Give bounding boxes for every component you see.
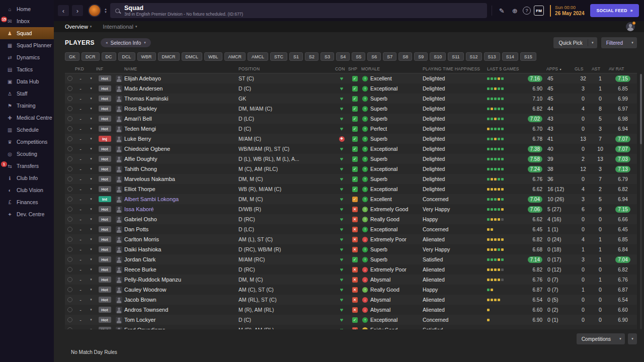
table-row[interactable]: - ▾ Hot Ross Barkley DM, M/AM (C) Superb… — [65, 104, 637, 114]
sidebar-item-inbox[interactable]: ✉ Inbox 15 — [0, 15, 54, 27]
col-header-gls[interactable]: GLS — [575, 66, 592, 71]
sidebar-item-dev-centre[interactable]: ✦ Dev. Centre — [0, 208, 54, 220]
row-checkbox[interactable] — [67, 76, 72, 81]
table-row[interactable]: - ▾ Hot Daiki Hashioka D (RC), WB/M (R) … — [65, 244, 637, 254]
col-header-happiness[interactable]: PLAYING TIME HAPPINESS — [423, 66, 487, 71]
row-checkbox[interactable] — [67, 267, 72, 272]
row-checkbox[interactable] — [67, 217, 72, 222]
row-actions-caret-icon[interactable]: ▾ — [86, 76, 96, 80]
row-checkbox[interactable] — [67, 317, 72, 322]
row-actions-caret-icon[interactable]: ▾ — [86, 147, 96, 151]
col-header-avrat[interactable]: AV RAT — [609, 66, 637, 71]
row-actions-caret-icon[interactable]: ▾ — [86, 308, 96, 312]
row-checkbox[interactable] — [67, 156, 72, 161]
player-name[interactable]: Pelly-Ruddock Mpanzu — [124, 277, 238, 283]
col-header-shp[interactable]: SHP — [348, 66, 361, 71]
position-filter-dcr[interactable]: DCR — [82, 52, 100, 61]
position-filter-amcr[interactable]: AMCR — [224, 52, 246, 61]
player-name[interactable]: Teden Mengi — [124, 126, 238, 132]
competitions-dropdown[interactable]: Competitions ▾ — [577, 333, 625, 344]
row-actions-caret-icon[interactable]: ▾ — [86, 318, 96, 322]
player-name[interactable]: Chiedozie Ogbene — [124, 146, 238, 152]
table-row[interactable]: - ▾ Hot Elliot Thorpe WB (R), M/AM (C) E… — [65, 184, 637, 194]
position-filter-s12[interactable]: S12 — [466, 52, 482, 61]
col-header-pkd[interactable]: PKD — [75, 66, 86, 71]
row-actions-caret-icon[interactable]: ▾ — [86, 237, 96, 241]
row-actions-caret-icon[interactable]: ▾ — [86, 167, 96, 171]
row-actions-caret-icon[interactable]: ▾ — [86, 257, 96, 261]
sidebar-item-tactics[interactable]: ▤ Tactics — [0, 63, 54, 75]
player-name[interactable]: Albert Sambi Lokonga — [124, 196, 238, 202]
table-row[interactable]: - ▾ Hot Chiedozie Ogbene WB/M/AM (R), ST… — [65, 144, 637, 154]
row-checkbox[interactable] — [67, 247, 72, 252]
player-name[interactable]: Reece Burke — [124, 266, 238, 273]
position-filter-dmcl[interactable]: DMCL — [182, 52, 203, 61]
player-name[interactable]: Mads Andersen — [124, 85, 238, 92]
table-row[interactable]: - ▾ Int Albert Sambi Lokonga DM, M (C) E… — [65, 194, 637, 204]
table-row[interactable]: - ▾ Hot Cauley Woodrow AM (C), ST (C) Re… — [65, 285, 637, 295]
help-icon[interactable]: ? — [523, 7, 531, 15]
scrollbar-thumb[interactable] — [640, 74, 642, 144]
row-checkbox[interactable] — [67, 277, 72, 282]
title-search-box[interactable]: Squad 3rd in English Premier Division - … — [110, 3, 487, 18]
position-filter-s1[interactable]: S1 — [289, 52, 303, 61]
tab-overview[interactable]: Overview ▾ — [65, 24, 92, 30]
sidebar-item-transfers[interactable]: ⇆ Transfers 1 — [0, 160, 54, 172]
sidebar-item-medical-centre[interactable]: ✚ Medical Centre — [0, 112, 54, 124]
col-header-position[interactable]: POSITION — [238, 66, 335, 71]
row-checkbox[interactable] — [67, 116, 72, 121]
table-row[interactable]: - ▾ Hot Tahith Chong M (C), AM (RLC) Exc… — [65, 164, 637, 174]
row-checkbox[interactable] — [67, 96, 72, 101]
position-filter-s3[interactable]: S3 — [320, 52, 334, 61]
row-actions-caret-icon[interactable]: ▾ — [86, 157, 96, 161]
col-header-ast[interactable]: AST — [592, 66, 609, 71]
position-filter-dmcr[interactable]: DMCR — [158, 52, 180, 61]
position-filter-s5[interactable]: S5 — [352, 52, 365, 61]
row-actions-caret-icon[interactable]: ▾ — [86, 107, 96, 111]
row-checkbox[interactable] — [67, 257, 72, 262]
sidebar-item-schedule[interactable]: ▥ Schedule — [0, 124, 54, 136]
position-filter-s4[interactable]: S4 — [336, 52, 350, 61]
player-name[interactable]: Andros Townsend — [124, 307, 238, 313]
sidebar-item-competitions[interactable]: ♛ Competitions — [0, 136, 54, 148]
player-name[interactable]: Cauley Woodrow — [124, 287, 238, 293]
player-name[interactable]: Luke Berry — [124, 136, 238, 142]
sidebar-item-finances[interactable]: £ Finances — [0, 196, 54, 208]
player-name[interactable]: Thomas Kaminski — [124, 96, 238, 102]
row-actions-caret-icon[interactable]: ▾ — [86, 227, 96, 231]
row-actions-caret-icon[interactable]: ▾ — [86, 278, 96, 282]
row-actions-caret-icon[interactable]: ▾ — [86, 97, 96, 101]
table-row[interactable]: - ▾ Hot Thomas Kaminski GK Superb Deligh… — [65, 94, 637, 104]
row-actions-caret-icon[interactable]: ▾ — [86, 137, 96, 141]
row-actions-caret-icon[interactable]: ▾ — [86, 177, 96, 181]
row-checkbox[interactable] — [67, 237, 72, 242]
back-button[interactable]: ‹ — [58, 5, 69, 16]
row-checkbox[interactable] — [67, 166, 72, 171]
row-checkbox[interactable] — [67, 187, 72, 192]
club-crest[interactable] — [88, 4, 101, 17]
row-checkbox[interactable] — [67, 106, 72, 111]
player-name[interactable]: Tahith Chong — [124, 166, 238, 172]
table-row[interactable]: - ▾ Hot Carlton Morris AM (L), ST (C) Ex… — [65, 234, 637, 244]
col-header-last5[interactable]: LAST 5 GAMES — [487, 66, 546, 71]
table-row[interactable]: - ▾ Hot Alfie Doughty D (L), WB (RL), M … — [65, 154, 637, 164]
row-actions-caret-icon[interactable]: ▾ — [86, 127, 96, 131]
player-name[interactable]: Ross Barkley — [124, 106, 238, 112]
row-checkbox[interactable] — [67, 126, 72, 131]
col-header-morale[interactable]: MORALE — [361, 66, 423, 71]
row-actions-caret-icon[interactable]: ▾ — [86, 288, 96, 292]
position-filter-s9[interactable]: S9 — [414, 52, 428, 61]
position-filter-dcl[interactable]: DCL — [118, 52, 135, 61]
col-header-inf[interactable]: INF — [96, 66, 113, 71]
row-actions-caret-icon[interactable]: ▾ — [86, 247, 96, 251]
row-actions-caret-icon[interactable]: ▾ — [86, 86, 96, 90]
table-row[interactable]: - ▾ Hot Mads Andersen D (C) Exceptional … — [65, 83, 637, 94]
position-filter-s8[interactable]: S8 — [398, 52, 412, 61]
row-checkbox[interactable] — [67, 176, 72, 182]
row-actions-caret-icon[interactable]: ▾ — [86, 207, 96, 211]
row-actions-caret-icon[interactable]: ▾ — [86, 328, 96, 329]
row-checkbox[interactable] — [67, 207, 72, 212]
position-filter-s14[interactable]: S14 — [502, 52, 518, 61]
position-filter-wbl[interactable]: WBL — [204, 52, 222, 61]
position-filter-s11[interactable]: S11 — [448, 52, 463, 61]
